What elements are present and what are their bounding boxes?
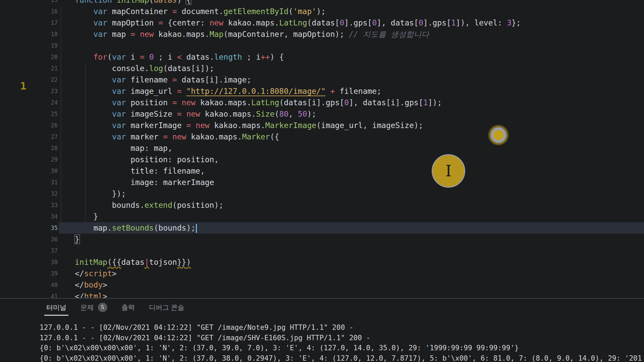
line-number: 25	[0, 108, 58, 120]
code-row-32[interactable]: 32 });	[0, 188, 644, 199]
code-row-29[interactable]: 29 position: position,	[0, 154, 644, 165]
code-row-16[interactable]: 16 var mapContainer = document.getElemen…	[0, 6, 644, 17]
code-row-28[interactable]: 28 map: map,	[0, 142, 644, 154]
code-row-38[interactable]: 38initMap({{datas|tojson}})	[0, 256, 644, 268]
line-number: 26	[0, 120, 58, 131]
code-text: var marker = new kakao.maps.Marker({	[75, 131, 279, 142]
code-row-35[interactable]: 35 map.setBounds(bounds);	[0, 222, 644, 234]
code-text: bounds.extend(position);	[75, 199, 223, 211]
code-text: initMap({{datas|tojson}})	[75, 256, 191, 268]
code-row-30[interactable]: 30 title: filename,	[0, 165, 644, 177]
line-number: 36	[0, 234, 58, 245]
recorder-count-annotation: 1	[20, 80, 26, 92]
code-row-24[interactable]: 24 var position = new kakao.maps.LatLng(…	[0, 97, 644, 108]
code-text: var mapOption = {center: new kakao.maps.…	[75, 17, 521, 28]
code-text: }	[75, 211, 98, 222]
code-text: function initMap(datas) {	[75, 0, 191, 6]
line-number: 33	[0, 199, 58, 211]
panel-tabs: 터미널문제5출력디버그 콘솔	[46, 302, 644, 314]
line-number: 29	[0, 154, 58, 165]
line-number: 20	[0, 51, 58, 63]
code-row-15[interactable]: 15function initMap(datas) {	[0, 0, 644, 6]
code-text: map: map,	[75, 142, 172, 154]
bottom-panel: 터미널문제5출력디버그 콘솔 127.0.0.1 - - [02/Nov/202…	[0, 299, 644, 362]
tab-label: 출력	[121, 303, 135, 312]
line-number: 32	[0, 188, 58, 199]
line-number: 37	[0, 245, 58, 256]
line-number: 39	[0, 268, 58, 279]
code-text: var map = new kakao.maps.Map(mapContaine…	[75, 28, 429, 40]
code-row-41[interactable]: 41</html>	[0, 291, 644, 298]
code-row-31[interactable]: 31 image: markerImage	[0, 177, 644, 188]
line-number: 22	[0, 74, 58, 85]
code-row-17[interactable]: 17 var mapOption = {center: new kakao.ma…	[0, 17, 644, 28]
code-text: for(var i = 0 ; i < datas.length ; i++) …	[75, 51, 284, 63]
line-number: 38	[0, 256, 58, 268]
line-number: 19	[0, 40, 58, 51]
terminal-line: {0: b'\x02\x02\x00\x00', 1: 'N', 2: (37.…	[40, 353, 644, 362]
tab-label: 문제	[80, 303, 94, 312]
line-number: 17	[0, 17, 58, 28]
code-lines: 15function initMap(datas) {16 var mapCon…	[0, 0, 644, 298]
code-row-19[interactable]: 19	[0, 40, 644, 51]
code-row-18[interactable]: 18 var map = new kakao.maps.Map(mapConta…	[0, 28, 644, 40]
terminal-line: 127.0.0.1 - - [02/Nov/2021 04:12:22] "GE…	[40, 322, 644, 333]
code-text: console.log(datas[i]);	[75, 63, 214, 74]
code-row-20[interactable]: 20 for(var i = 0 ; i < datas.length ; i+…	[0, 51, 644, 63]
code-row-39[interactable]: 39</script>	[0, 268, 644, 279]
code-text: title: filename,	[75, 165, 205, 177]
code-row-33[interactable]: 33 bounds.extend(position);	[0, 199, 644, 211]
line-number: 35	[0, 222, 58, 234]
code-editor[interactable]: 15function initMap(datas) {16 var mapCon…	[0, 0, 644, 298]
code-text: }	[75, 234, 79, 245]
tab-label: 디버그 콘솔	[149, 303, 184, 312]
code-row-22[interactable]: 22 var filename = datas[i].image;	[0, 74, 644, 85]
code-row-34[interactable]: 34 }	[0, 211, 644, 222]
line-number: 15	[0, 0, 58, 6]
code-row-25[interactable]: 25 var imageSize = new kakao.maps.Size(8…	[0, 108, 644, 120]
code-text: </html>	[75, 291, 107, 298]
line-number: 23	[0, 85, 58, 97]
line-number: 31	[0, 177, 58, 188]
text-cursor	[196, 224, 197, 233]
panel-tab-output[interactable]: 출력	[121, 302, 135, 314]
line-number: 21	[0, 63, 58, 74]
code-text: });	[75, 188, 126, 199]
code-text: var image_url = "http://127.0.0.1:8080/i…	[75, 85, 381, 97]
code-row-21[interactable]: 21 console.log(datas[i]);	[0, 63, 644, 74]
ibeam-cursor-icon: I	[445, 163, 451, 179]
code-text: position: position,	[75, 154, 219, 165]
line-number: 28	[0, 142, 58, 154]
code-row-40[interactable]: 40</body>	[0, 279, 644, 291]
terminal-output[interactable]: 127.0.0.1 - - [02/Nov/2021 04:12:22] "GE…	[40, 322, 644, 362]
code-row-36[interactable]: 36}	[0, 234, 644, 245]
code-row-26[interactable]: 26 var markerImage = new kakao.maps.Mark…	[0, 120, 644, 131]
line-number: 18	[0, 28, 58, 40]
panel-tab-terminal[interactable]: 터미널	[46, 302, 66, 314]
code-text: var position = new kakao.maps.LatLng(dat…	[75, 97, 442, 108]
code-text: var imageSize = new kakao.maps.Size(80, …	[75, 108, 316, 120]
line-number: 34	[0, 211, 58, 222]
terminal-line: 127.0.0.1 - - [02/Nov/2021 04:12:22] "GE…	[40, 333, 644, 343]
tab-label: 터미널	[46, 303, 66, 312]
code-text: var filename = datas[i].image;	[75, 74, 251, 85]
panel-tab-problems[interactable]: 문제5	[80, 302, 107, 314]
terminal-line: {0: b'\x02\x00\x00\x00', 1: 'N', 2: (37.…	[40, 343, 644, 353]
code-row-27[interactable]: 27 var marker = new kakao.maps.Marker({	[0, 131, 644, 142]
panel-tab-debug-console[interactable]: 디버그 콘솔	[149, 302, 184, 314]
code-text: image: markerImage	[75, 177, 214, 188]
code-row-37[interactable]: 37	[0, 245, 644, 256]
code-text: </body>	[75, 279, 107, 291]
code-text: var markerImage = new kakao.maps.MarkerI…	[75, 120, 423, 131]
line-number: 27	[0, 131, 58, 142]
code-text: map.setBounds(bounds);	[75, 222, 197, 234]
line-number: 40	[0, 279, 58, 291]
line-number: 41	[0, 291, 58, 298]
mouse-click-highlight: I	[432, 154, 465, 188]
code-text: var mapContainer = document.getElementBy…	[75, 6, 326, 17]
code-row-23[interactable]: 23 var image_url = "http://127.0.0.1:808…	[0, 85, 644, 97]
line-number: 16	[0, 6, 58, 17]
problems-badge: 5	[98, 303, 107, 312]
line-number: 30	[0, 165, 58, 177]
line-number: 24	[0, 97, 58, 108]
